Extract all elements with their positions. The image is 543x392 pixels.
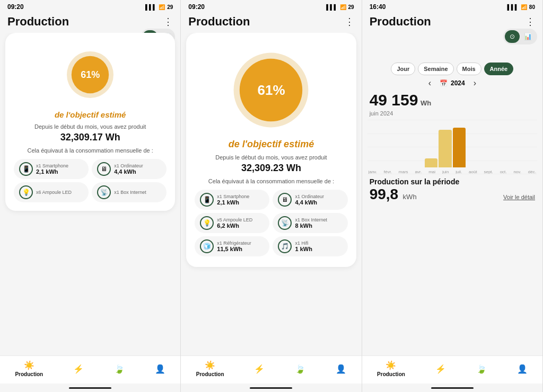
status-time-1: 09:20 [7,3,24,11]
prod-value-row: 99,8 kWh Voir le détail [370,186,535,203]
nav-profile-3[interactable]: 👤 [517,364,528,374]
smartphone-label-1: x1 Smartphone [36,163,68,168]
tab-mois[interactable]: Mois [457,63,481,75]
ampoule-label-2: x5 Ampoule LED [217,217,252,222]
nav-lightning-3[interactable]: ⚡ [435,364,446,374]
next-year-arrow[interactable]: › [474,78,476,88]
device-smartphone-2: 📱 x1 Smartphone 2,1 kWh [195,190,269,210]
donut-container-1: 61% [14,46,167,104]
ampoule-value-2: 6,2 kWh [217,222,252,229]
ordinateur-value-2: 4,4 kWh [295,199,324,206]
period-tabs: Jour Semaine Mois Année [367,63,537,75]
signal-icon-2: ▌▌▌ [326,4,337,10]
ordinateur-value-1: 4,4 kWh [114,168,143,175]
app-title-3: Production [370,15,431,29]
big-value-2: 32,309.23 Wh [195,163,347,174]
device-ampoule-2: 💡 x5 Ampoule LED 6,2 kWh [195,213,269,233]
bar-group-mai [425,158,438,167]
device-box-2: 📡 x1 Box Internet 8 kWh [273,213,347,233]
year-value: 2024 [451,79,465,87]
tab-annee[interactable]: Année [484,63,514,75]
hifi-value-2: 1 kWh [295,246,312,252]
prod-detail-link[interactable]: Voir le détail [503,194,535,200]
month-label-déc.: déc. [528,170,536,174]
bottom-nav-2: ☀️ Production ⚡ 🍃 👤 [181,355,361,384]
month-label-oct.: oct. [500,170,507,174]
nav-leaf-2[interactable]: 🍃 [295,364,305,374]
frigo-label-2: x1 Réfrigérateur [217,240,251,246]
home-bar-2 [250,387,292,389]
donut-percent-1: 61% [81,69,100,81]
donut-chart-1: 61% [61,46,119,104]
nav-leaf-3[interactable]: 🍃 [476,364,487,374]
leaf-icon-2: 🍃 [295,364,305,374]
leaf-icon-3: 🍃 [476,364,487,374]
wifi-icon-2: 📶 [340,4,346,10]
kwh-sub: juin 2024 [367,110,537,117]
ordinateur-icon-2: 🖥 [278,193,292,207]
device-frigo-2: 🧊 x1 Réfrigérateur 11,5 kWh [195,236,269,256]
lightning-icon-2: ⚡ [254,364,265,374]
profile-icon-1: 👤 [155,364,165,374]
nav-profile-2[interactable]: 👤 [336,364,346,374]
ampoule-icon-1: 💡 [19,185,33,199]
device-ordinateur-2: 🖥 x1 Ordinateur 4,4 kWh [273,190,347,210]
bottom-nav-3: ☀️ Production ⚡ 🍃 👤 [362,355,542,384]
year-display: 📅 2024 [440,79,465,87]
smartphone-label-2: x1 Smartphone [217,194,249,199]
ampoule-label-1: x6 Ampoule LED [36,190,72,195]
month-label-nov.: nov. [513,170,521,174]
nav-lightning-2[interactable]: ⚡ [254,364,265,374]
description-1: Depuis le début du mois, vous avez produ… [14,123,167,130]
main-content-3: Jour Semaine Mois Année ‹ 📅 2024 › 49 15… [362,33,542,355]
kwh-value: 49 159 [370,91,418,109]
smartphone-value-1: 2,1 kWh [36,168,68,175]
nav-production-3[interactable]: ☀️ Production [377,360,405,377]
bar-chart-container: janv.févr.marsavr.maijuinjuil.aoûtsept.o… [367,120,537,174]
production-period: Production sur la période 99,8 kWh Voir … [367,177,537,203]
prev-year-arrow[interactable]: ‹ [428,78,431,88]
smartphone-icon-1: 📱 [19,162,33,176]
battery-icon-2: 29 [348,4,354,10]
main-card-1: 61% de l'objectif estimé Depuis le début… [5,33,175,211]
status-icons-2: ▌▌▌ 📶 29 [326,4,354,10]
tab-semaine[interactable]: Semaine [418,63,453,75]
bar-group-juil. [453,128,466,167]
objective-text-2: de l'objectif estimé [195,139,347,150]
menu-icon-3[interactable]: ⋮ [526,16,535,28]
frigo-value-2: 11,5 kWh [217,246,251,252]
status-icons-3: ▌▌▌ 📶 80 [507,4,535,10]
month-label-juil.: juil. [456,170,462,174]
nav-lightning-1[interactable]: ⚡ [73,364,84,374]
cela-text-2: Cela équivaut à la consommation mensuell… [195,178,347,184]
main-content-2: 61% de l'objectif estimé Depuis le début… [181,33,361,355]
wifi-icon-3: 📶 [521,4,527,10]
month-label-févr.: févr. [384,170,392,174]
home-bar-1 [69,387,111,389]
nav-production-2[interactable]: ☀️ Production [196,360,224,377]
big-value-1: 32,309.17 Wh [14,132,167,143]
ordinateur-label-2: x1 Ordinateur [295,194,324,199]
month-label-juin: juin [442,170,449,174]
app-title-1: Production [7,15,69,29]
sun-icon-1: ☀️ [24,360,34,370]
bar-chart [367,120,537,167]
menu-icon-1[interactable]: ⋮ [163,16,173,28]
year-nav: ‹ 📅 2024 › [367,78,537,88]
nav-profile-1[interactable]: 👤 [155,364,165,374]
battery-icon-3: 80 [529,4,535,10]
tab-jour[interactable]: Jour [391,63,415,75]
nav-production-label-3: Production [377,371,405,377]
lightning-icon-1: ⚡ [73,364,84,374]
home-indicator-3 [362,384,542,392]
app-header-2: Production ⋮ [181,13,361,33]
lightning-icon-3: ⚡ [435,364,446,374]
smartphone-value-2: 2,1 kWh [217,199,249,206]
box-label-1: x1 Box Internet [114,190,146,195]
bar-juin [439,130,452,167]
menu-icon-2[interactable]: ⋮ [345,16,354,28]
hifi-icon-2: 🎵 [278,239,292,253]
nav-leaf-1[interactable]: 🍃 [114,364,125,374]
nav-production-1[interactable]: ☀️ Production [15,360,43,377]
box-icon-2: 📡 [278,216,292,230]
